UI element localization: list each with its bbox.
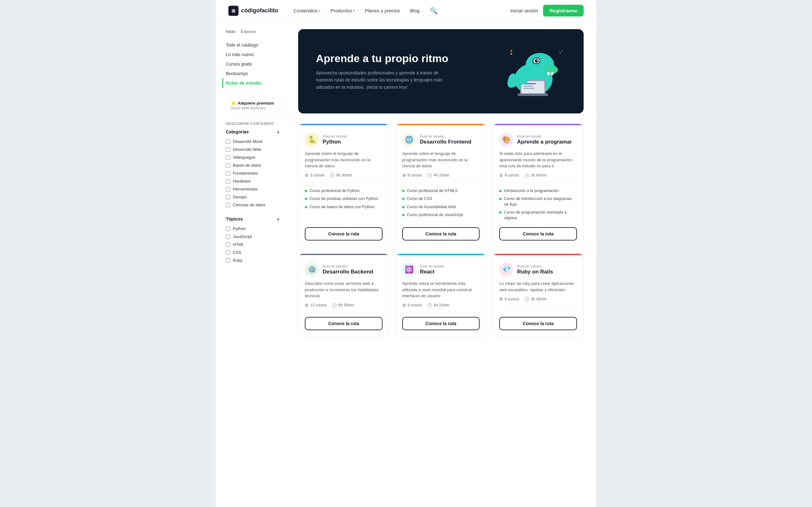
sidebar-item-todo[interactable]: Todo el catálogo (226, 40, 285, 50)
svg-rect-4 (551, 72, 554, 75)
svg-rect-3 (547, 72, 550, 75)
card-icon: ⚙️ (305, 263, 319, 277)
card-header: ⚛️ Ruta de estudio React (402, 263, 480, 277)
checkbox-hardware[interactable] (226, 179, 230, 183)
topics-header[interactable]: Tópicos ▲ (226, 216, 285, 222)
card-description: Aprende sobre el lenguaje de programació… (402, 151, 480, 169)
checkbox-videojuegos[interactable] (226, 155, 230, 160)
filter-bases-datos[interactable]: Bases de datos (226, 161, 285, 169)
know-route-button[interactable]: Conoce la ruta (305, 317, 383, 330)
hero-description: Aprovecha oportunidades profesionales y … (316, 69, 443, 91)
filter-herramientas[interactable]: Herramientas (226, 185, 285, 193)
checkbox-css[interactable] (226, 250, 230, 255)
main-nav: Contenidos ▾ Productos ▾ Planes y precio… (293, 7, 510, 14)
login-button[interactable]: Iniciar sesión (510, 8, 538, 13)
sidebar-item-nuevo[interactable]: Lo más nuevo (226, 50, 285, 59)
course-list: Curso profesional de Python Curso de pru… (305, 187, 383, 222)
card-header: 🐍 Ruta de estudio Python (305, 133, 383, 147)
card-icon: ⚛️ (402, 263, 416, 277)
sidebar-item-gratis[interactable]: Cursos gratis (226, 59, 285, 69)
search-icon[interactable]: 🔍 (430, 7, 438, 14)
nav-productos[interactable]: Productos ▾ (331, 8, 355, 13)
card-meta: Ruta de estudio Desarrollo Frontend (420, 134, 471, 145)
checkbox-herramientas[interactable] (226, 187, 230, 191)
courses-icon: ⚙ (305, 173, 309, 178)
filter-desarrollo-movil[interactable]: Desarrollo Móvil (226, 137, 285, 146)
chevron-down-icon: ▾ (319, 9, 320, 12)
know-route-button[interactable]: Conoce la ruta (305, 227, 383, 240)
main-content: Aprende a tu propio ritmo Aprovecha opor… (286, 21, 596, 349)
checkbox-python[interactable] (226, 227, 230, 231)
checkbox-ciencias-datos[interactable] (226, 203, 230, 207)
filter-html[interactable]: HTML (226, 240, 285, 248)
svg-point-6 (535, 59, 539, 63)
checkbox-html[interactable] (226, 242, 230, 247)
checkbox-desarrollo-web[interactable] (226, 147, 230, 152)
know-route-button[interactable]: Conoce la ruta (402, 317, 480, 330)
dot-icon (305, 190, 307, 192)
sidebar-nav: Todo el catálogo Lo más nuevo Cursos gra… (226, 40, 285, 88)
filter-devops[interactable]: Devops (226, 193, 285, 201)
card-stats: ⚙ 8 cursos 🕐 4h 10min (402, 173, 480, 182)
filter-hardware[interactable]: Hardware (226, 177, 285, 185)
card-label: Ruta de estudio (420, 264, 444, 268)
nav-blog[interactable]: Blog (410, 8, 420, 13)
card-meta: Ruta de estudio Python (322, 134, 347, 145)
premium-box[interactable]: ⭐ Adquiere premium Desde $480 MXN/mes (226, 97, 280, 114)
courses-count: ⚙ 6 cursos (499, 297, 519, 301)
checkbox-javascript[interactable] (226, 234, 230, 239)
categories-header[interactable]: Categorías ▲ (226, 129, 285, 134)
chevron-down-icon: ▾ (353, 9, 355, 12)
filter-css[interactable]: CSS (226, 248, 285, 257)
courses-icon: ⚙ (402, 173, 406, 178)
card-title: Desarrollo Backend (322, 269, 373, 275)
card-description: Si estás listo para adentrarte en el apa… (499, 151, 577, 169)
filter-javascript[interactable]: JavaScript (226, 233, 285, 240)
course-card-5: 💎 Ruta de estudio Ruby on Rails Lo mejor… (493, 253, 583, 337)
card-stats: ⚙ 12 cursos 🕐 6h 30min (305, 303, 383, 313)
know-route-button[interactable]: Conoce la ruta (402, 227, 480, 240)
card-meta: Ruta de estudio Ruby on Rails (517, 264, 553, 275)
checkbox-devops[interactable] (226, 195, 230, 199)
card-icon: 💎 (499, 263, 513, 277)
clock-icon: 🕐 (329, 173, 335, 178)
filter-fundamentos[interactable]: Fundamentos (226, 169, 285, 177)
filter-desarrollo-web[interactable]: Desarrollo Web (226, 146, 285, 153)
know-route-button[interactable]: Conoce la ruta (499, 317, 577, 330)
nav-contenidos[interactable]: Contenidos ▾ (293, 8, 320, 13)
logo-icon: ⊞ (229, 6, 239, 16)
card-top-bar (396, 254, 486, 255)
svg-point-7 (537, 60, 538, 61)
card-header: 🌐 Ruta de estudio Desarrollo Frontend (402, 133, 480, 147)
card-header: 🎨 Ruta de estudio Aprende a programar (499, 133, 577, 147)
checkbox-fundamentos[interactable] (226, 171, 230, 176)
card-title: Python (322, 139, 347, 145)
checkbox-desarrollo-movil[interactable] (226, 139, 230, 144)
svg-rect-13 (523, 86, 533, 87)
svg-text:✦: ✦ (510, 49, 513, 53)
card-stats: ⚙ 6 cursos 🕐 3h 40min (499, 297, 577, 306)
card-meta: Ruta de estudio React (420, 264, 444, 275)
sidebar-item-rutas[interactable]: Rutas de estudio (222, 78, 285, 88)
nav-planes[interactable]: Planes y precios (365, 8, 400, 13)
duration-stat: 🕐 6h 30min (329, 173, 352, 178)
card-top-bar (493, 254, 583, 255)
courses-icon: ⚙ (402, 303, 406, 308)
svg-point-17 (561, 50, 563, 51)
card-label: Ruta de estudio (322, 134, 347, 138)
filter-ruby[interactable]: Ruby (226, 257, 285, 264)
filter-ciencias-datos[interactable]: Ciencias de datos (226, 201, 285, 209)
filter-python[interactable]: Python (226, 225, 285, 233)
filter-videojuegos[interactable]: Videojuegos (226, 153, 285, 161)
sidebar-item-bootcamps[interactable]: Bootcamps (226, 69, 285, 78)
card-label: Ruta de estudio (517, 264, 553, 268)
logo[interactable]: ⊞ códigofacilito (229, 6, 278, 16)
register-button[interactable]: Registrarme (543, 5, 583, 16)
categories-filter: Categorías ▲ Desarrollo Móvil Desarrollo… (226, 129, 285, 209)
dot-icon (402, 206, 404, 208)
checkbox-ruby[interactable] (226, 258, 230, 263)
know-route-button[interactable]: Conoce la ruta (499, 227, 577, 240)
breadcrumb-home[interactable]: Inicio (226, 29, 235, 34)
checkbox-bases-datos[interactable] (226, 163, 230, 168)
courses-count: ⚙ 12 cursos (305, 303, 327, 308)
